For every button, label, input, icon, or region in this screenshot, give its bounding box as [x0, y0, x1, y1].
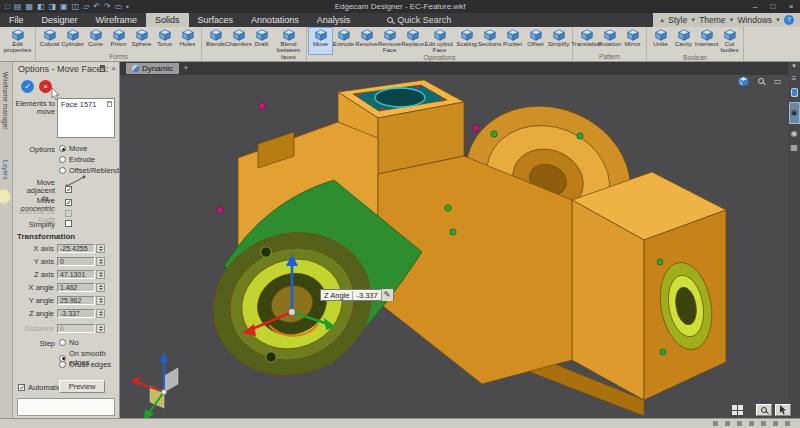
- view-cube-icon[interactable]: [737, 76, 750, 87]
- theme-menu[interactable]: Theme: [699, 15, 725, 25]
- z-angle-spinner[interactable]: [96, 309, 105, 318]
- ribbon-item-cavity[interactable]: Cavity: [672, 28, 695, 54]
- sidebar-tab-layers[interactable]: Layers: [2, 160, 9, 180]
- ribbon-item-offset[interactable]: Offset: [524, 28, 547, 54]
- ribbon-item-edit-properties[interactable]: Edit properties: [2, 28, 33, 54]
- ribbon-item-chamfers[interactable]: Chamfers: [227, 28, 250, 60]
- x-axis-spinner[interactable]: [96, 244, 105, 253]
- tab-designer[interactable]: Designer: [33, 13, 87, 27]
- confirm-button[interactable]: ✓: [21, 80, 34, 93]
- simplify-checkbox[interactable]: [65, 220, 72, 227]
- y-axis-spinner[interactable]: [96, 257, 105, 266]
- tab-analysis[interactable]: Analysis: [308, 13, 360, 27]
- collapse-ribbon-icon[interactable]: ▲: [659, 17, 665, 23]
- ribbon-item-torus[interactable]: Torus: [153, 28, 176, 53]
- step-radio-no[interactable]: No: [59, 338, 79, 347]
- x-axis-input[interactable]: -25.4255: [57, 244, 95, 253]
- panel-close-icon[interactable]: ×: [111, 64, 116, 73]
- print-icon[interactable]: ◨: [49, 0, 57, 13]
- edit-pencil-icon[interactable]: ✎: [381, 289, 393, 301]
- ribbon-item-prism[interactable]: Prism: [107, 28, 130, 53]
- minimize-button[interactable]: –: [746, 0, 764, 13]
- style-menu[interactable]: Style: [668, 15, 687, 25]
- import-icon[interactable]: ▱: [83, 0, 89, 13]
- x-angle-spinner[interactable]: [96, 283, 105, 292]
- ribbon-item-sections[interactable]: Sections: [478, 28, 501, 54]
- y-angle-input[interactable]: 25.962: [57, 296, 95, 305]
- tab-file[interactable]: File: [0, 13, 33, 27]
- radio-extrude[interactable]: Extrude: [59, 155, 95, 164]
- selection-item[interactable]: Face 1571: [58, 99, 114, 110]
- full-screen-icon[interactable]: ▭: [771, 76, 784, 87]
- automatic-checkbox[interactable]: ✓ Automatic: [18, 383, 61, 392]
- tab-annotations[interactable]: Annotations: [242, 13, 308, 27]
- ribbon-item-move[interactable]: Move: [309, 28, 332, 54]
- ribbon-item-pocket[interactable]: Pocket: [501, 28, 524, 54]
- ribbon-item-remove-face[interactable]: Remove Face: [378, 28, 401, 54]
- ribbon-item-extrude[interactable]: Extrude: [332, 28, 355, 54]
- zoom-window-icon[interactable]: [754, 76, 767, 87]
- z-angle-input[interactable]: -3.337: [57, 309, 95, 318]
- radio-move[interactable]: Move: [59, 144, 87, 153]
- windows-menu[interactable]: Windows: [738, 15, 772, 25]
- ribbon-item-mirror[interactable]: Mirror: [621, 28, 644, 53]
- menu-icon[interactable]: ≡: [792, 74, 797, 83]
- preview-button[interactable]: Preview: [59, 380, 105, 393]
- ribbon-item-cylinder[interactable]: Cylinder: [61, 28, 84, 53]
- delete-selection-icon[interactable]: [107, 101, 112, 107]
- move-concentric-checkbox[interactable]: ✓: [65, 199, 72, 206]
- save-all-icon[interactable]: ◧: [37, 0, 45, 13]
- ribbon-item-cut-bodies[interactable]: Cut bodies: [718, 28, 741, 54]
- ribbon-item-replace[interactable]: Replace: [401, 28, 424, 54]
- selection-listbox[interactable]: Face 1571: [57, 98, 115, 138]
- ribbon-item-holes[interactable]: Holes: [176, 28, 199, 53]
- shading-cylinder-icon[interactable]: [791, 88, 798, 97]
- tab-solids[interactable]: Solids: [146, 13, 189, 27]
- cad-model[interactable]: [120, 62, 788, 418]
- viewport-3d[interactable]: Dynamic + ▭ ▼ ≡ ▣ ◉ ▦ Z Angle -3.337 ✎: [120, 62, 800, 418]
- tab-wireframe[interactable]: Wireframe: [87, 13, 147, 27]
- x-angle-input[interactable]: 1.462: [57, 283, 95, 292]
- close-button[interactable]: ×: [782, 0, 800, 13]
- radio-offset-reblend[interactable]: Offset/Reblend: [59, 166, 119, 175]
- select-icon[interactable]: ▭: [115, 0, 123, 13]
- zoom-select-button[interactable]: [756, 404, 772, 416]
- sidebar-tab-wireframe-manager[interactable]: Wireframe manager: [2, 72, 9, 129]
- ribbon-item-sphere[interactable]: Sphere: [130, 28, 153, 53]
- redo-icon[interactable]: ↷: [104, 0, 111, 13]
- ribbon-item-draft[interactable]: Draft: [250, 28, 273, 60]
- help-button[interactable]: ?: [784, 15, 794, 25]
- save-icon[interactable]: ▦: [25, 0, 33, 13]
- ribbon-item-revolve[interactable]: Revolve: [355, 28, 378, 54]
- settings-icon[interactable]: ▪: [126, 0, 129, 13]
- camera-icon[interactable]: ◉: [791, 129, 798, 138]
- ribbon-item-intersect[interactable]: Intersect: [695, 28, 718, 54]
- maximize-button[interactable]: □: [764, 0, 782, 13]
- ribbon-item-rotation[interactable]: Rotation: [598, 28, 621, 53]
- tab-surfaces[interactable]: Surfaces: [189, 13, 243, 27]
- pin-icon[interactable]: [100, 65, 105, 72]
- ribbon-item-edit-cylind-face[interactable]: Edit cylind. Face: [424, 28, 455, 54]
- ribbon-item-cone[interactable]: Cone: [84, 28, 107, 53]
- add-view-button[interactable]: +: [183, 62, 188, 75]
- z-axis-spinner[interactable]: [96, 270, 105, 279]
- open-icon[interactable]: ▤: [14, 0, 22, 13]
- y-axis-input[interactable]: 0: [57, 257, 95, 266]
- ribbon-item-translation[interactable]: Translation: [575, 28, 598, 53]
- viewport-tab-dynamic[interactable]: Dynamic: [126, 63, 179, 74]
- show-all-views-button[interactable]: [732, 405, 743, 415]
- grid-icon[interactable]: ▦: [790, 143, 798, 152]
- ribbon-item-cuboid[interactable]: Cuboid: [38, 28, 61, 53]
- ribbon-item-simplify[interactable]: Simplify: [547, 28, 570, 54]
- step-radio-all-edges[interactable]: On all edges: [59, 360, 111, 369]
- new-file-icon[interactable]: □: [5, 0, 10, 13]
- ribbon-item-scaling[interactable]: Scaling: [455, 28, 478, 54]
- ribbon-item-unite[interactable]: Unite: [649, 28, 672, 54]
- copy-icon[interactable]: ▣: [60, 0, 68, 13]
- chevron-down-icon[interactable]: ▼: [791, 63, 797, 69]
- select-cursor-button[interactable]: [775, 404, 791, 416]
- move-adjacent-checkbox[interactable]: ✓: [65, 186, 72, 193]
- ribbon-item-blend-between-faces[interactable]: Blend between faces: [273, 28, 304, 60]
- quick-search[interactable]: Quick Search: [387, 13, 451, 27]
- z-axis-input[interactable]: 47.1301: [57, 270, 95, 279]
